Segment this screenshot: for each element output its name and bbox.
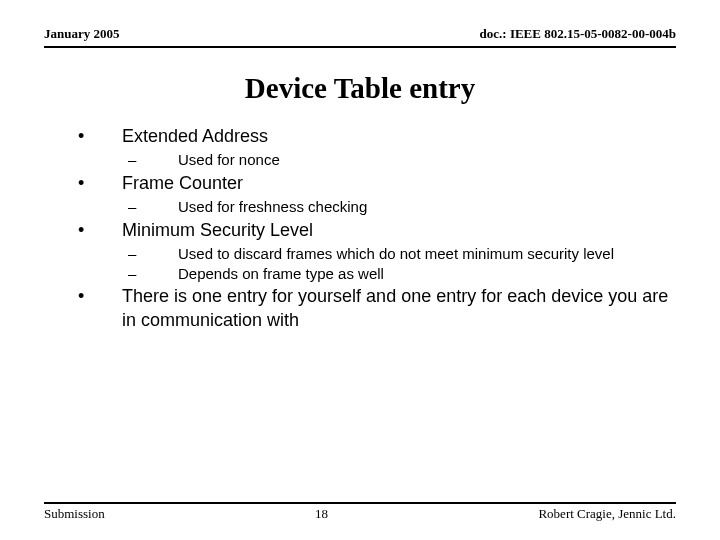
sub-bullet: Used for freshness checking — [122, 197, 676, 217]
bullet-text: Extended Address — [122, 126, 268, 146]
footer-right: Robert Cragie, Jennic Ltd. — [538, 506, 676, 522]
footer-page-number: 18 — [315, 506, 328, 522]
slide-title: Device Table entry — [44, 72, 676, 105]
bullet-text: Frame Counter — [122, 173, 243, 193]
bullet-item: There is one entry for yourself and one … — [70, 285, 676, 332]
sub-bullet: Used for nonce — [122, 150, 676, 170]
slide-body: Extended Address Used for nonce Frame Co… — [44, 125, 676, 332]
slide: January 2005 doc.: IEEE 802.15-05-0082-0… — [0, 0, 720, 540]
sub-bullet: Used to discard frames which do not meet… — [122, 244, 676, 264]
header: January 2005 doc.: IEEE 802.15-05-0082-0… — [44, 26, 676, 48]
footer: Submission 18 Robert Cragie, Jennic Ltd. — [44, 502, 676, 522]
bullet-item: Extended Address Used for nonce — [70, 125, 676, 170]
sub-bullet: Depends on frame type as well — [122, 264, 676, 284]
bullet-item: Minimum Security Level Used to discard f… — [70, 219, 676, 283]
footer-left: Submission — [44, 506, 105, 522]
bullet-item: Frame Counter Used for freshness checkin… — [70, 172, 676, 217]
bullet-text: There is one entry for yourself and one … — [122, 286, 668, 329]
header-date: January 2005 — [44, 26, 119, 42]
footer-rule — [44, 502, 676, 504]
header-docnum: doc.: IEEE 802.15-05-0082-00-004b — [480, 26, 676, 42]
bullet-text: Minimum Security Level — [122, 220, 313, 240]
